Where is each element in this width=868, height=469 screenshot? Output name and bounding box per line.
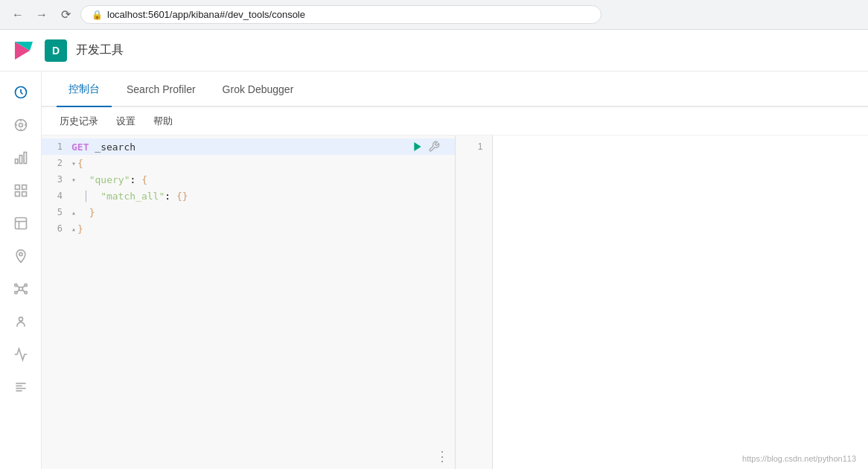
output-panel: 1: [456, 135, 869, 469]
app-title: 开发工具: [76, 42, 124, 58]
sidebar-icon-discover[interactable]: [6, 110, 36, 140]
line-content-4: │ "match_all": {}: [71, 191, 446, 202]
sidebar: [0, 71, 42, 469]
code-line-2: 2 ▾ {: [42, 155, 455, 171]
forward-button[interactable]: →: [33, 6, 51, 24]
svg-point-23: [14, 291, 16, 293]
line-number-1: 1: [42, 141, 71, 152]
line-content-1: GET _search: [71, 141, 412, 153]
tab-bar: 控制台 Search Profiler Grok Debugger: [42, 71, 868, 107]
sidebar-icon-graph[interactable]: [6, 307, 36, 336]
svg-line-25: [17, 286, 19, 288]
line-number-2: 2: [42, 158, 71, 168]
editor-panel[interactable]: 1 GET _search: [42, 135, 456, 469]
history-button[interactable]: 历史记录: [57, 113, 101, 130]
sidebar-icon-visualize[interactable]: [6, 143, 36, 173]
line-number-3: 3: [42, 174, 71, 185]
tab-search-profiler[interactable]: Search Profiler: [115, 73, 208, 107]
watermark: https://blog.csdn.net/python113: [742, 454, 856, 463]
line-content-2: {: [77, 158, 445, 169]
more-options-button[interactable]: ⋮: [435, 450, 449, 463]
line-number-4: 4: [42, 191, 71, 201]
svg-rect-16: [15, 218, 26, 229]
svg-point-29: [19, 317, 22, 321]
sidebar-icon-ml[interactable]: [6, 274, 36, 304]
svg-point-3: [19, 124, 22, 127]
svg-point-21: [14, 284, 16, 286]
app-header: D 开发工具: [0, 30, 868, 71]
line-content-5: }: [77, 207, 445, 218]
fold-arrow-5[interactable]: ▴: [71, 208, 76, 217]
toolbar: 历史记录 设置 帮助: [42, 107, 868, 135]
settings-button[interactable]: 设置: [113, 113, 138, 130]
svg-rect-15: [22, 192, 26, 197]
svg-rect-11: [24, 153, 26, 164]
svg-rect-10: [19, 156, 22, 164]
line-number-6: 6: [42, 223, 71, 234]
svg-point-24: [25, 291, 27, 293]
run-icon[interactable]: [412, 141, 424, 153]
content-panel: 控制台 Search Profiler Grok Debugger 历史记录 设…: [42, 71, 868, 469]
sidebar-icon-apm[interactable]: [6, 339, 36, 369]
address-bar[interactable]: 🔒 localhost:5601/app/kibana#/dev_tools/c…: [80, 5, 601, 24]
svg-rect-13: [22, 185, 26, 190]
fold-arrow-2[interactable]: ▾: [71, 159, 76, 168]
svg-point-19: [19, 252, 22, 255]
sidebar-icon-maps[interactable]: [6, 241, 36, 271]
output-line-number-1: 1: [456, 138, 492, 155]
svg-marker-34: [414, 142, 421, 151]
sidebar-icon-clock[interactable]: [6, 77, 36, 107]
copy-as-curl-icon[interactable]: [428, 141, 440, 153]
code-editor[interactable]: 1 GET _search: [42, 135, 455, 469]
line-number-5: 5: [42, 207, 71, 217]
back-button[interactable]: ←: [9, 6, 27, 24]
fold-arrow-3[interactable]: ▾: [71, 176, 76, 184]
sidebar-icon-canvas[interactable]: [6, 208, 36, 238]
svg-point-22: [25, 284, 27, 286]
browser-chrome: ← → ⟳ 🔒 localhost:5601/app/kibana#/dev_t…: [0, 0, 868, 30]
kibana-logo-icon: [12, 39, 36, 63]
svg-rect-9: [15, 159, 17, 164]
svg-line-28: [22, 290, 24, 292]
app-container: D 开发工具: [0, 30, 868, 469]
tab-console[interactable]: 控制台: [57, 73, 112, 107]
code-line-3: 3 ▾ "query": {: [42, 171, 455, 188]
url-text: localhost:5601/app/kibana#/dev_tools/con…: [107, 9, 305, 20]
code-line-6: 6 ▴ }: [42, 220, 455, 237]
svg-rect-14: [15, 192, 19, 197]
reload-button[interactable]: ⟳: [57, 6, 74, 24]
lock-icon: 🔒: [92, 10, 103, 20]
tab-grok-debugger[interactable]: Grok Debugger: [211, 73, 306, 107]
line-icons-1: [412, 141, 446, 153]
code-line-1: 1 GET _search: [42, 138, 455, 155]
svg-rect-12: [15, 185, 19, 190]
code-line-4: 4 │ "match_all": {}: [42, 188, 455, 204]
help-button[interactable]: 帮助: [150, 113, 176, 130]
svg-line-26: [22, 286, 24, 288]
app-avatar: D: [45, 39, 67, 62]
sidebar-icon-dashboard[interactable]: [6, 176, 36, 205]
editor-area: 1 GET _search: [42, 135, 868, 469]
line-content-6: }: [77, 223, 445, 234]
line-content-3: "query": {: [77, 174, 445, 185]
sidebar-icon-logs[interactable]: [6, 372, 36, 402]
svg-line-27: [17, 290, 19, 292]
output-content: [493, 135, 869, 469]
output-gutter: 1: [456, 135, 493, 469]
code-line-5: 5 ▴ }: [42, 204, 455, 220]
fold-arrow-6[interactable]: ▴: [71, 225, 76, 233]
main-layout: 控制台 Search Profiler Grok Debugger 历史记录 设…: [0, 71, 868, 469]
